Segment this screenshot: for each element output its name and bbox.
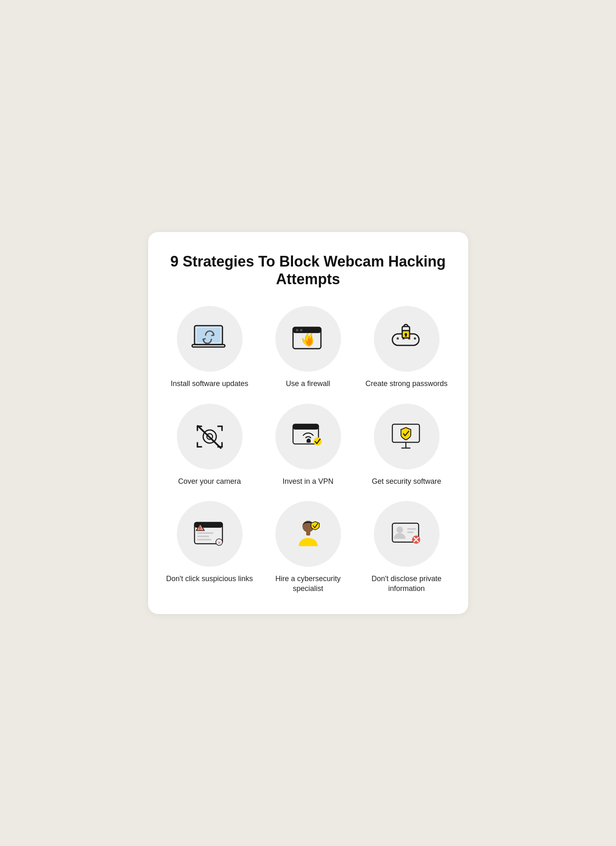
- item-cybersecurity-specialist: Hire a cybersecurity specialist: [263, 501, 353, 593]
- icon-circle-suspicious-links: ! ✕: [177, 501, 243, 567]
- icon-circle-use-firewall: [275, 306, 341, 372]
- strategies-grid: Install software updates Use a firew: [165, 306, 452, 593]
- item-private-info: Don't disclose private information: [362, 501, 452, 593]
- svg-rect-11: [405, 335, 407, 337]
- item-invest-vpn: Invest in a VPN: [263, 404, 353, 486]
- svg-text:*: *: [402, 336, 405, 343]
- svg-point-37: [396, 526, 403, 533]
- item-security-software: Get security software: [362, 404, 452, 486]
- item-use-firewall: Use a firewall: [263, 306, 353, 389]
- svg-rect-2: [192, 345, 225, 347]
- page-title: 9 Strategies To Block Webcam Hacking Att…: [165, 253, 452, 288]
- private-info-icon: [388, 517, 425, 550]
- camera-cover-icon: [191, 420, 228, 453]
- svg-rect-29: [197, 532, 213, 534]
- icon-circle-invest-vpn: [275, 404, 341, 469]
- password-icon: * * * *: [388, 322, 425, 355]
- label-security-software: Get security software: [372, 477, 441, 486]
- svg-text:*: *: [408, 336, 411, 343]
- laptop-refresh-icon: [191, 322, 228, 355]
- main-card: 9 Strategies To Block Webcam Hacking Att…: [148, 232, 468, 614]
- label-invest-vpn: Invest in a VPN: [282, 477, 333, 486]
- firewall-icon: [290, 322, 327, 355]
- item-strong-passwords: * * * * Create strong passwords: [362, 306, 452, 389]
- label-private-info: Don't disclose private information: [362, 574, 452, 593]
- svg-rect-1: [197, 328, 220, 343]
- svg-rect-20: [293, 424, 318, 430]
- security-software-icon: [388, 420, 425, 453]
- icon-circle-install-updates: [177, 306, 243, 372]
- svg-rect-39: [407, 531, 414, 533]
- suspicious-links-icon: ! ✕: [191, 517, 228, 550]
- svg-point-6: [300, 329, 302, 331]
- icon-circle-strong-passwords: * * * *: [374, 306, 440, 372]
- icon-circle-cybersecurity-specialist: [275, 501, 341, 567]
- cybersecurity-specialist-icon: [290, 517, 327, 550]
- svg-rect-30: [197, 536, 209, 537]
- label-strong-passwords: Create strong passwords: [365, 379, 447, 389]
- svg-text:✕: ✕: [218, 540, 221, 545]
- icon-circle-private-info: [374, 501, 440, 567]
- svg-rect-35: [306, 531, 310, 536]
- svg-point-5: [296, 329, 298, 331]
- label-cover-camera: Cover your camera: [178, 477, 241, 486]
- label-install-updates: Install software updates: [171, 379, 248, 389]
- svg-line-18: [198, 426, 221, 448]
- item-suspicious-links: ! ✕ Don't click suspicious links: [165, 501, 255, 593]
- svg-rect-38: [407, 528, 416, 530]
- svg-text:*: *: [414, 336, 417, 343]
- vpn-icon: [290, 420, 327, 453]
- icon-circle-security-software: [374, 404, 440, 469]
- item-install-updates: Install software updates: [165, 306, 255, 389]
- icon-circle-cover-camera: [177, 404, 243, 469]
- svg-rect-21: [307, 439, 311, 443]
- label-cybersecurity-specialist: Hire a cybersecurity specialist: [263, 574, 353, 593]
- svg-rect-31: [197, 539, 211, 540]
- label-use-firewall: Use a firewall: [286, 379, 330, 389]
- item-cover-camera: Cover your camera: [165, 404, 255, 486]
- svg-text:*: *: [396, 336, 399, 343]
- svg-text:!: !: [199, 526, 200, 531]
- label-suspicious-links: Don't click suspicious links: [166, 574, 253, 584]
